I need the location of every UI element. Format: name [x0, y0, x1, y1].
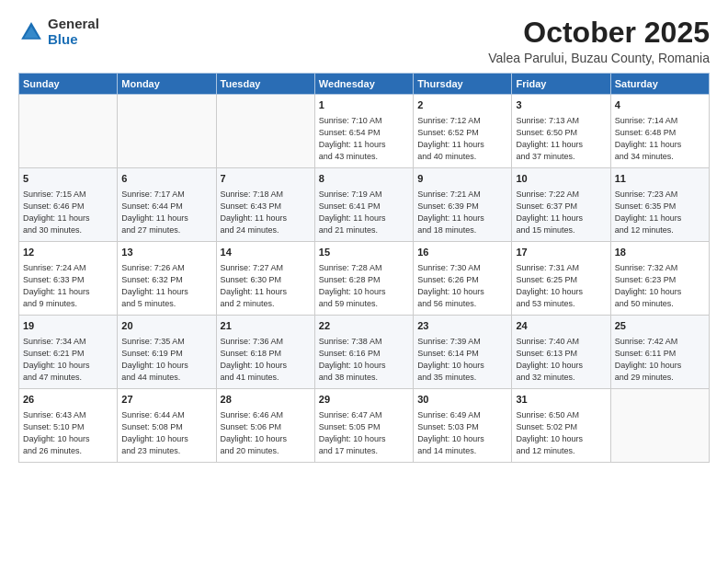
day-info: Sunrise: 7:42 AMSunset: 6:11 PMDaylight:…: [615, 336, 705, 384]
calendar-cell: 7Sunrise: 7:18 AMSunset: 6:43 PMDaylight…: [216, 168, 314, 242]
day-info: Sunrise: 6:43 AMSunset: 5:10 PMDaylight:…: [23, 409, 113, 457]
day-number: 22: [319, 319, 409, 333]
calendar-cell: 1Sunrise: 7:10 AMSunset: 6:54 PMDaylight…: [314, 95, 413, 168]
calendar-cell: 17Sunrise: 7:31 AMSunset: 6:25 PMDayligh…: [512, 242, 610, 316]
calendar-cell: 16Sunrise: 7:30 AMSunset: 6:26 PMDayligh…: [414, 242, 512, 316]
title-area: October 2025 Valea Parului, Buzau County…: [488, 17, 710, 65]
day-number: 11: [615, 172, 705, 186]
logo-icon: [18, 19, 44, 45]
calendar-cell: 27Sunrise: 6:44 AMSunset: 5:08 PMDayligh…: [118, 389, 216, 463]
header-saturday: Saturday: [610, 74, 709, 95]
calendar-week-1: 1Sunrise: 7:10 AMSunset: 6:54 PMDaylight…: [19, 95, 710, 168]
calendar-cell: 20Sunrise: 7:35 AMSunset: 6:19 PMDayligh…: [118, 316, 216, 389]
header-monday: Monday: [118, 74, 216, 95]
day-info: Sunrise: 6:47 AMSunset: 5:05 PMDaylight:…: [319, 409, 409, 457]
calendar-cell: 31Sunrise: 6:50 AMSunset: 5:02 PMDayligh…: [512, 389, 610, 463]
day-number: 27: [121, 393, 211, 407]
calendar-cell: 19Sunrise: 7:34 AMSunset: 6:21 PMDayligh…: [19, 316, 118, 389]
logo-blue-text: Blue: [48, 32, 99, 48]
day-number: 5: [23, 172, 113, 186]
day-number: 26: [23, 393, 113, 407]
calendar-cell: 12Sunrise: 7:24 AMSunset: 6:33 PMDayligh…: [19, 242, 118, 316]
day-number: 7: [221, 172, 311, 186]
day-info: Sunrise: 6:44 AMSunset: 5:08 PMDaylight:…: [121, 409, 211, 457]
weekday-row: Sunday Monday Tuesday Wednesday Thursday…: [19, 74, 710, 95]
day-info: Sunrise: 7:36 AMSunset: 6:18 PMDaylight:…: [221, 336, 311, 384]
day-number: 18: [615, 246, 705, 259]
calendar-cell: 25Sunrise: 7:42 AMSunset: 6:11 PMDayligh…: [610, 316, 709, 389]
day-info: Sunrise: 7:32 AMSunset: 6:23 PMDaylight:…: [615, 262, 705, 310]
day-number: 23: [417, 319, 507, 333]
header-sunday: Sunday: [19, 74, 118, 95]
day-number: 17: [516, 246, 606, 259]
calendar-cell: 23Sunrise: 7:39 AMSunset: 6:14 PMDayligh…: [414, 316, 512, 389]
calendar-cell: 10Sunrise: 7:22 AMSunset: 6:37 PMDayligh…: [512, 168, 610, 242]
day-number: 20: [121, 319, 211, 333]
day-info: Sunrise: 7:31 AMSunset: 6:25 PMDaylight:…: [516, 262, 606, 310]
header-thursday: Thursday: [414, 74, 512, 95]
calendar-cell: 5Sunrise: 7:15 AMSunset: 6:46 PMDaylight…: [19, 168, 118, 242]
calendar-cell: 14Sunrise: 7:27 AMSunset: 6:30 PMDayligh…: [216, 242, 314, 316]
calendar-cell: 26Sunrise: 6:43 AMSunset: 5:10 PMDayligh…: [19, 389, 118, 463]
calendar-cell: 9Sunrise: 7:21 AMSunset: 6:39 PMDaylight…: [414, 168, 512, 242]
calendar-cell: [118, 95, 216, 168]
day-info: Sunrise: 7:23 AMSunset: 6:35 PMDaylight:…: [615, 189, 705, 236]
calendar-cell: 8Sunrise: 7:19 AMSunset: 6:41 PMDaylight…: [314, 168, 413, 242]
calendar-cell: 4Sunrise: 7:14 AMSunset: 6:48 PMDaylight…: [610, 95, 709, 168]
calendar-cell: 29Sunrise: 6:47 AMSunset: 5:05 PMDayligh…: [314, 389, 413, 463]
calendar-header: Sunday Monday Tuesday Wednesday Thursday…: [19, 74, 710, 95]
calendar-cell: 21Sunrise: 7:36 AMSunset: 6:18 PMDayligh…: [216, 316, 314, 389]
day-number: 19: [23, 319, 113, 333]
calendar-cell: 15Sunrise: 7:28 AMSunset: 6:28 PMDayligh…: [314, 242, 413, 316]
calendar-week-5: 26Sunrise: 6:43 AMSunset: 5:10 PMDayligh…: [19, 389, 710, 463]
logo: General Blue: [18, 17, 99, 47]
day-info: Sunrise: 7:38 AMSunset: 6:16 PMDaylight:…: [319, 336, 409, 384]
calendar-cell: [19, 95, 118, 168]
calendar-cell: 22Sunrise: 7:38 AMSunset: 6:16 PMDayligh…: [314, 316, 413, 389]
day-number: 15: [319, 246, 409, 259]
day-number: 21: [221, 319, 311, 333]
day-number: 25: [615, 319, 705, 333]
day-number: 6: [121, 172, 211, 186]
day-number: 1: [319, 98, 409, 112]
day-info: Sunrise: 7:12 AMSunset: 6:52 PMDaylight:…: [417, 115, 507, 163]
month-title: October 2025: [488, 17, 710, 49]
calendar-cell: 11Sunrise: 7:23 AMSunset: 6:35 PMDayligh…: [610, 168, 709, 242]
calendar-body: 1Sunrise: 7:10 AMSunset: 6:54 PMDaylight…: [19, 95, 710, 463]
day-number: 9: [417, 172, 507, 186]
day-number: 4: [615, 98, 705, 112]
logo-general-text: General: [48, 17, 99, 32]
day-info: Sunrise: 7:18 AMSunset: 6:43 PMDaylight:…: [221, 189, 311, 236]
day-number: 10: [516, 172, 606, 186]
calendar-cell: 3Sunrise: 7:13 AMSunset: 6:50 PMDaylight…: [512, 95, 610, 168]
calendar-week-3: 12Sunrise: 7:24 AMSunset: 6:33 PMDayligh…: [19, 242, 710, 316]
header-wednesday: Wednesday: [314, 74, 413, 95]
day-number: 12: [23, 246, 113, 259]
day-number: 29: [319, 393, 409, 407]
day-number: 13: [121, 246, 211, 259]
calendar-cell: 2Sunrise: 7:12 AMSunset: 6:52 PMDaylight…: [414, 95, 512, 168]
page-container: General Blue October 2025 Valea Parului,…: [0, 0, 728, 472]
calendar-cell: 30Sunrise: 6:49 AMSunset: 5:03 PMDayligh…: [414, 389, 512, 463]
logo-text: General Blue: [48, 17, 99, 47]
day-number: 3: [516, 98, 606, 112]
location-text: Valea Parului, Buzau County, Romania: [488, 51, 710, 65]
day-number: 14: [221, 246, 311, 259]
calendar-week-4: 19Sunrise: 7:34 AMSunset: 6:21 PMDayligh…: [19, 316, 710, 389]
day-info: Sunrise: 7:10 AMSunset: 6:54 PMDaylight:…: [319, 115, 409, 163]
header-tuesday: Tuesday: [216, 74, 314, 95]
day-info: Sunrise: 7:17 AMSunset: 6:44 PMDaylight:…: [121, 189, 211, 236]
day-info: Sunrise: 6:46 AMSunset: 5:06 PMDaylight:…: [221, 409, 311, 457]
day-number: 2: [417, 98, 507, 112]
day-info: Sunrise: 7:30 AMSunset: 6:26 PMDaylight:…: [417, 262, 507, 310]
calendar-cell: [610, 389, 709, 463]
day-info: Sunrise: 7:26 AMSunset: 6:32 PMDaylight:…: [121, 262, 211, 310]
day-number: 28: [221, 393, 311, 407]
calendar-cell: 6Sunrise: 7:17 AMSunset: 6:44 PMDaylight…: [118, 168, 216, 242]
day-number: 16: [417, 246, 507, 259]
day-info: Sunrise: 7:35 AMSunset: 6:19 PMDaylight:…: [121, 336, 211, 384]
calendar-cell: 24Sunrise: 7:40 AMSunset: 6:13 PMDayligh…: [512, 316, 610, 389]
day-info: Sunrise: 7:22 AMSunset: 6:37 PMDaylight:…: [516, 189, 606, 236]
day-info: Sunrise: 6:49 AMSunset: 5:03 PMDaylight:…: [417, 409, 507, 457]
header-friday: Friday: [512, 74, 610, 95]
